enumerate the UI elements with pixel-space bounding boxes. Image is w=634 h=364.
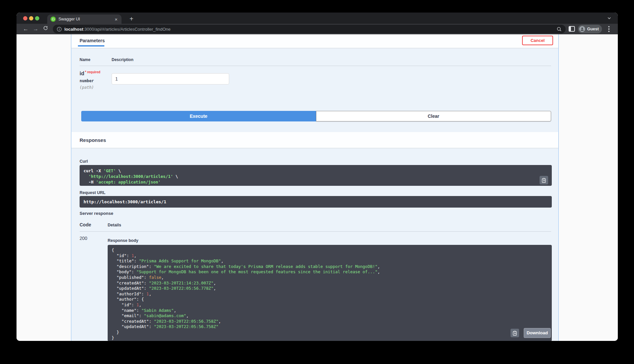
- copy-curl-button[interactable]: [540, 176, 548, 184]
- forward-button[interactable]: →: [32, 25, 40, 33]
- minimize-window-button[interactable]: [29, 16, 33, 20]
- swagger-page: Parameters Cancel Name Description id* r…: [17, 34, 618, 341]
- back-button[interactable]: ←: [22, 25, 30, 33]
- parameters-tab-underline: [78, 45, 104, 47]
- url-path: :3000/api/#/articles/ArticlesController_…: [83, 27, 170, 32]
- side-panel-icon[interactable]: [569, 26, 575, 32]
- execute-button[interactable]: Execute: [81, 111, 316, 121]
- response-body-code[interactable]: { "id": 1, "title": "Prisma Adds Support…: [108, 245, 552, 341]
- browser-menu-button[interactable]: [608, 26, 610, 33]
- tab-swagger-ui[interactable]: {} Swagger UI ×: [47, 15, 122, 24]
- curl-label: Curl: [80, 159, 88, 164]
- tab-title: Swagger UI: [58, 17, 114, 21]
- execute-row: Execute Clear: [81, 111, 551, 121]
- param-name: id* required: [80, 70, 100, 77]
- tab-search-chevron-icon[interactable]: [607, 16, 612, 20]
- browser-toolbar: ← → localhost:3000/api/#/articles/Articl…: [17, 24, 618, 34]
- tab-strip: {} Swagger UI × +: [17, 13, 618, 24]
- person-icon: [580, 27, 584, 31]
- server-response-label: Server response: [80, 211, 113, 216]
- curl-code[interactable]: curl -X 'GET' \ 'http://localhost:3000/a…: [80, 165, 552, 186]
- copy-to-clipboard-icon: [542, 178, 546, 183]
- site-info-icon[interactable]: [57, 27, 62, 32]
- request-url-block: http://localhost:3000/articles/1: [80, 196, 552, 208]
- profile-name: Guest: [587, 27, 599, 31]
- reload-button[interactable]: [42, 25, 50, 33]
- reload-icon: [43, 25, 48, 31]
- clear-button[interactable]: Clear: [316, 111, 551, 121]
- details-column-header: Details: [108, 223, 121, 227]
- url-host: localhost: [64, 27, 83, 32]
- fullscreen-window-button[interactable]: [35, 16, 39, 20]
- param-type: number: [80, 79, 94, 83]
- param-id-input[interactable]: [112, 73, 229, 84]
- code-column-header: Code: [80, 222, 91, 227]
- status-code: 200: [80, 236, 87, 241]
- url-text: localhost:3000/api/#/articles/ArticlesCo…: [64, 27, 171, 32]
- table-header-divider: [80, 66, 551, 66]
- browser-window: {} Swagger UI × + ← → localhost:3000/api…: [17, 13, 618, 341]
- copy-to-clipboard-icon: [512, 331, 517, 336]
- request-url-value: http://localhost:3000/articles/1: [80, 196, 552, 208]
- request-url-label: Request URL: [80, 190, 105, 195]
- get-operation-block: Parameters Cancel Name Description id* r…: [71, 34, 559, 341]
- download-button[interactable]: Download: [524, 328, 551, 338]
- parameters-section-header: Parameters Cancel: [71, 34, 558, 48]
- name-column-header: Name: [80, 57, 90, 62]
- swagger-favicon-icon: {}: [51, 17, 56, 22]
- param-required-flag: * required: [85, 70, 100, 74]
- url-bar[interactable]: localhost:3000/api/#/articles/ArticlesCo…: [53, 25, 566, 33]
- new-tab-button[interactable]: +: [127, 15, 136, 24]
- responses-title: Responses: [80, 137, 106, 143]
- response-body-label: Response body: [108, 238, 138, 243]
- description-column-header: Description: [112, 57, 133, 62]
- copy-response-button[interactable]: [511, 329, 519, 337]
- response-table-divider: [80, 231, 551, 232]
- avatar: [579, 26, 585, 32]
- parameters-title: Parameters: [80, 38, 105, 43]
- profile-chip[interactable]: Guest: [578, 25, 602, 33]
- responses-section-header: Responses: [71, 132, 558, 148]
- zoom-search-icon[interactable]: [557, 27, 562, 32]
- cancel-button[interactable]: Cancel: [522, 36, 553, 45]
- param-location: (path): [80, 85, 94, 90]
- close-window-button[interactable]: [23, 16, 27, 20]
- tab-close-icon[interactable]: ×: [114, 17, 118, 22]
